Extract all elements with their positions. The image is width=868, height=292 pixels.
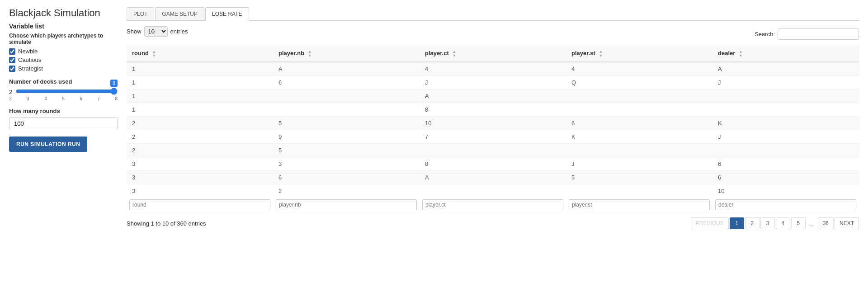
slider-tick-labels: 2345678	[9, 96, 118, 101]
cell-round: 1	[127, 62, 273, 76]
cell-dealer: A	[712, 62, 859, 76]
variable-list-label: Variable list	[9, 23, 118, 30]
table-row: 338J6	[127, 157, 859, 171]
cell-player_ct: 8	[420, 157, 566, 171]
cell-player_nb: 6	[273, 171, 420, 184]
cell-player_ct	[420, 184, 566, 198]
main-content: PLOTGAME SETUPLOSE RATE Show 102550100 e…	[127, 7, 859, 229]
cell-dealer	[712, 103, 859, 117]
next-button[interactable]: NEXT	[835, 217, 859, 229]
cell-dealer: K	[712, 117, 859, 130]
checkbox-item-cautious: Cautious	[9, 57, 118, 63]
cell-player_nb	[273, 103, 420, 117]
cell-player_st: K	[566, 130, 712, 144]
app-title: Blackjack Simulation	[9, 7, 118, 19]
cell-dealer: 10	[712, 184, 859, 198]
entries-select[interactable]: 102550100	[144, 26, 168, 37]
label-strategist: Strategist	[18, 65, 43, 72]
tab-lose-rate[interactable]: LOSE RATE	[205, 7, 249, 21]
cell-player_nb	[273, 89, 420, 103]
prev-button[interactable]: PREVIOUS	[691, 217, 729, 229]
col-header-dealer[interactable]: dealer ▲▼	[712, 46, 859, 62]
cell-round: 3	[127, 184, 273, 198]
table-row: 1A	[127, 89, 859, 103]
filter-cell-player_nb	[273, 198, 420, 212]
table-controls: Show 102550100 entries Search:	[127, 26, 859, 42]
cell-player_st	[566, 89, 712, 103]
cell-round: 1	[127, 89, 273, 103]
pagination: PREVIOUS12345...36NEXT	[691, 217, 859, 229]
col-header-player_ct[interactable]: player.ct ▲▼	[420, 46, 566, 62]
cell-player_nb: A	[273, 62, 420, 76]
decks-current-value: 2	[9, 89, 12, 95]
table-row: 297KJ	[127, 130, 859, 144]
cell-dealer: J	[712, 130, 859, 144]
cell-player_nb: 3	[273, 157, 420, 171]
cell-player_ct: J	[420, 76, 566, 89]
page-button-36[interactable]: 36	[818, 217, 834, 229]
data-table: round ▲▼player.nb ▲▼player.ct ▲▼player.s…	[127, 46, 859, 212]
cell-player_nb: 5	[273, 117, 420, 130]
sidebar: Blackjack Simulation Variable list Choos…	[9, 7, 127, 152]
checkbox-cautious[interactable]	[9, 57, 15, 63]
cell-dealer: J	[712, 76, 859, 89]
page-button-1[interactable]: 1	[730, 217, 744, 229]
col-header-player_nb[interactable]: player.nb ▲▼	[273, 46, 420, 62]
page-button-5[interactable]: 5	[791, 217, 806, 229]
page-button-2[interactable]: 2	[745, 217, 760, 229]
cell-dealer	[712, 89, 859, 103]
show-entries: Show 102550100 entries	[127, 26, 188, 37]
entries-label: entries	[170, 28, 188, 35]
cell-player_ct: 4	[420, 62, 566, 76]
showing-text: Showing 1 to 10 of 360 entries	[127, 220, 206, 227]
sort-icon: ▲▼	[739, 50, 743, 58]
players-list: NewbieCautiousStrategist	[9, 48, 118, 72]
table-filter-row	[127, 198, 859, 212]
cell-dealer: 6	[712, 171, 859, 184]
table-row: 1A44A	[127, 62, 859, 76]
cell-dealer: 6	[712, 157, 859, 171]
label-newbie: Newbie	[18, 48, 38, 55]
checkbox-newbie[interactable]	[9, 48, 15, 55]
cell-player_nb: 9	[273, 130, 420, 144]
label-cautious: Cautious	[18, 57, 41, 63]
col-header-player_st[interactable]: player.st ▲▼	[566, 46, 712, 62]
filter-input-player_nb[interactable]	[276, 199, 417, 210]
cell-round: 1	[127, 76, 273, 89]
search-input[interactable]	[778, 28, 859, 40]
col-header-round[interactable]: round ▲▼	[127, 46, 273, 62]
filter-cell-dealer	[712, 198, 859, 212]
cell-player_st: J	[566, 157, 712, 171]
decks-slider-container: 2 8 2345678	[9, 88, 118, 101]
run-simulation-button[interactable]: RUN SIMULATION RUN	[9, 137, 87, 152]
cell-player_nb: 6	[273, 76, 420, 89]
decks-slider[interactable]	[16, 88, 118, 95]
tab-game-setup[interactable]: GAME SETUP	[155, 7, 204, 20]
page-button-4[interactable]: 4	[776, 217, 790, 229]
tab-plot[interactable]: PLOT	[127, 7, 154, 20]
search-label: Search:	[755, 31, 775, 38]
pagination-ellipsis: ...	[807, 218, 817, 229]
decks-label: Number of decks used	[9, 78, 118, 85]
cell-player_st	[566, 184, 712, 198]
page-button-3[interactable]: 3	[760, 217, 775, 229]
table-body: 1A44A16JQJ1A1825106K297KJ25338J636A56321…	[127, 62, 859, 198]
checkbox-strategist[interactable]	[9, 66, 15, 72]
rounds-input[interactable]	[9, 117, 118, 130]
table-row: 3210	[127, 184, 859, 198]
filter-input-round[interactable]	[129, 199, 270, 210]
cell-round: 3	[127, 171, 273, 184]
sort-icon: ▲▼	[599, 50, 603, 58]
cell-round: 1	[127, 103, 273, 117]
cell-round: 2	[127, 117, 273, 130]
filter-cell-player_st	[566, 198, 712, 212]
filter-input-player_ct[interactable]	[422, 199, 563, 210]
filter-input-dealer[interactable]	[715, 199, 856, 210]
cell-player_st: 5	[566, 171, 712, 184]
cell-player_ct: 8	[420, 103, 566, 117]
cell-player_ct	[420, 144, 566, 157]
cell-player_ct: A	[420, 171, 566, 184]
filter-input-player_st[interactable]	[569, 199, 710, 210]
cell-player_st	[566, 103, 712, 117]
cell-player_nb: 2	[273, 184, 420, 198]
